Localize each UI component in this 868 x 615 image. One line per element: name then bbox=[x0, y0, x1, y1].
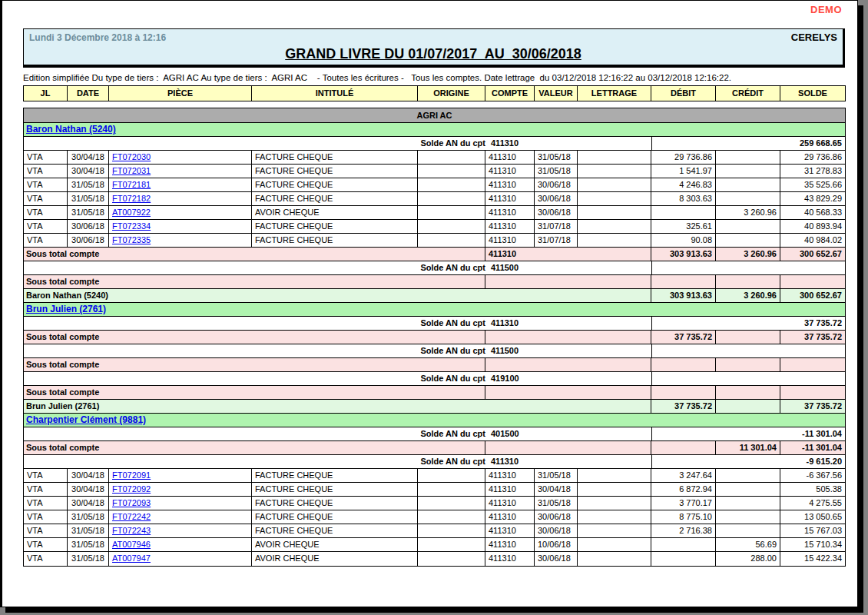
table-header-row: JL DATE PIÈCE INTITULÉ ORIGINE COMPTE VA… bbox=[23, 85, 846, 101]
row-tx: VTA30/04/18FT072030FACTURE CHEQUE4113103… bbox=[24, 151, 845, 165]
client-summary-label: Brun Julien (2761) bbox=[24, 400, 651, 413]
tx-intitule: FACTURE CHEQUE bbox=[252, 483, 418, 496]
tx-journal: VTA bbox=[24, 206, 68, 219]
tx-intitule: FACTURE CHEQUE bbox=[252, 220, 418, 233]
column-header-intitule: INTITULÉ bbox=[252, 86, 418, 101]
piece-link[interactable]: FT072092 bbox=[112, 484, 151, 494]
sous-total-label: Sous total compte bbox=[24, 441, 485, 454]
column-header-origine: ORIGINE bbox=[418, 86, 485, 101]
tx-compte: 411310 bbox=[485, 524, 535, 537]
tx-piece-cell: FT072093 bbox=[109, 497, 252, 510]
tx-valeur: 31/07/18 bbox=[535, 220, 578, 233]
piece-link[interactable]: FT072030 bbox=[112, 152, 151, 161]
sous-total-debit bbox=[651, 358, 716, 371]
piece-link[interactable]: FT072182 bbox=[112, 194, 151, 203]
piece-link[interactable]: FT072031 bbox=[112, 166, 151, 175]
row-tx: VTA31/05/18FT072182FACTURE CHEQUE4113103… bbox=[24, 192, 845, 206]
row-sous-total: Sous total compte411310303 913.633 260.9… bbox=[24, 248, 845, 261]
tx-compte: 411310 bbox=[485, 469, 535, 482]
client-link[interactable]: Baron Nathan (5240) bbox=[26, 124, 116, 135]
sous-total-compte bbox=[485, 331, 651, 344]
tx-piece-cell: FT072030 bbox=[109, 151, 252, 164]
client-link[interactable]: Brun Julien (2761) bbox=[26, 304, 106, 314]
row-tx: VTA31/05/18FT072243FACTURE CHEQUE4113103… bbox=[24, 524, 845, 538]
client-summary-label: Baron Nathan (5240) bbox=[24, 289, 651, 302]
row-sous-total: Sous total compte37 735.7237 735.72 bbox=[24, 331, 845, 344]
row-solde-an: Solde AN du cpt411310-9 615.20 bbox=[24, 455, 845, 469]
report-page: DEMO Lundi 3 Décembre 2018 à 12:16 CEREL… bbox=[0, 0, 858, 607]
solde-an-compte: 411500 bbox=[485, 261, 518, 274]
sous-total-credit bbox=[716, 331, 780, 344]
tx-origine bbox=[418, 483, 485, 496]
row-tx: VTA30/04/18FT072093FACTURE CHEQUE4113103… bbox=[24, 497, 845, 510]
row-client-summary: Brun Julien (2761)37 735.7237 735.72 bbox=[24, 400, 845, 414]
tx-valeur: 31/05/18 bbox=[535, 151, 578, 164]
tx-valeur: 30/04/18 bbox=[535, 483, 578, 496]
report-subtitle: Edition simplifiée Du type de tiers : AG… bbox=[23, 73, 857, 82]
tx-debit bbox=[651, 538, 716, 551]
tx-solde: -6 367.56 bbox=[780, 469, 845, 482]
piece-link[interactable]: FT072181 bbox=[112, 180, 151, 189]
solde-an-label: Solde AN du cpt bbox=[24, 455, 485, 468]
tx-origine bbox=[418, 151, 485, 164]
tx-credit bbox=[716, 192, 780, 205]
piece-link[interactable]: FT072334 bbox=[112, 221, 151, 231]
tx-valeur: 30/06/18 bbox=[535, 510, 578, 524]
solde-an-compte: 411310 bbox=[485, 455, 518, 468]
sous-total-solde bbox=[780, 275, 845, 288]
column-header-credit: CRÉDIT bbox=[716, 86, 780, 101]
sous-total-compte bbox=[485, 275, 651, 288]
sous-total-debit: 303 913.63 bbox=[651, 248, 716, 261]
solde-an-left: Solde AN du cpt411310 bbox=[24, 317, 651, 330]
tx-debit: 3 770.17 bbox=[651, 497, 716, 510]
tx-valeur: 31/05/18 bbox=[535, 497, 578, 510]
tx-origine bbox=[418, 206, 485, 219]
row-client-header: Brun Julien (2761) bbox=[24, 303, 845, 317]
tx-credit bbox=[716, 178, 780, 191]
sous-total-compte bbox=[485, 386, 651, 399]
tx-compte: 411310 bbox=[485, 178, 535, 191]
piece-link[interactable]: FT072335 bbox=[112, 235, 151, 244]
row-tx: VTA30/06/18FT072335FACTURE CHEQUE4113103… bbox=[24, 234, 845, 248]
tx-journal: VTA bbox=[24, 524, 68, 537]
tx-intitule: AVOIR CHEQUE bbox=[252, 206, 418, 219]
tx-solde: 15 422.34 bbox=[780, 552, 845, 566]
tx-lettrage bbox=[578, 483, 651, 496]
piece-link[interactable]: FT072093 bbox=[112, 498, 151, 507]
tx-solde: 35 525.66 bbox=[780, 178, 845, 191]
solde-an-label: Solde AN du cpt bbox=[24, 261, 485, 274]
tx-valeur: 31/05/18 bbox=[535, 165, 578, 178]
tx-solde: 40 893.94 bbox=[780, 220, 845, 233]
row-tx: VTA30/04/18FT072092FACTURE CHEQUE4113103… bbox=[24, 483, 845, 497]
sous-total-credit bbox=[716, 386, 780, 399]
tx-intitule: FACTURE CHEQUE bbox=[252, 151, 418, 164]
tx-compte: 411310 bbox=[485, 165, 535, 178]
sous-total-debit bbox=[651, 441, 716, 454]
piece-link[interactable]: FT072243 bbox=[112, 526, 151, 535]
client-link[interactable]: Charpentier Clément (9881) bbox=[26, 414, 146, 425]
solde-an-value: -9 615.20 bbox=[651, 455, 845, 468]
solde-an-value: 259 668.65 bbox=[651, 137, 845, 150]
solde-an-value: 37 735.72 bbox=[651, 317, 845, 330]
piece-link[interactable]: AT007922 bbox=[112, 208, 151, 217]
tx-intitule: FACTURE CHEQUE bbox=[252, 524, 418, 537]
tx-solde: 29 736.86 bbox=[780, 151, 845, 164]
piece-link[interactable]: FT072242 bbox=[112, 512, 151, 521]
row-tx: VTA30/06/18FT072334FACTURE CHEQUE4113103… bbox=[24, 220, 845, 234]
piece-link[interactable]: AT007947 bbox=[112, 554, 151, 563]
sous-total-compte: 411310 bbox=[485, 248, 651, 261]
client-summary-solde: 300 652.67 bbox=[780, 289, 845, 302]
solde-an-value bbox=[651, 261, 845, 274]
piece-link[interactable]: FT072091 bbox=[112, 470, 151, 480]
tx-intitule: AVOIR CHEQUE bbox=[252, 552, 418, 566]
row-sous-total: Sous total compte11 301.04-11 301.04 bbox=[24, 441, 845, 455]
tx-origine bbox=[418, 524, 485, 537]
client-summary-debit: 37 735.72 bbox=[651, 400, 716, 413]
column-header-compte: COMPTE bbox=[485, 86, 535, 101]
piece-link[interactable]: AT007946 bbox=[112, 540, 151, 549]
column-header-debit: DÉBIT bbox=[651, 86, 716, 101]
tx-piece-cell: AT007947 bbox=[109, 552, 252, 566]
column-header-valeur: VALEUR bbox=[535, 86, 578, 101]
tx-date: 30/04/18 bbox=[68, 497, 109, 510]
row-sous-total: Sous total compte bbox=[24, 275, 845, 289]
